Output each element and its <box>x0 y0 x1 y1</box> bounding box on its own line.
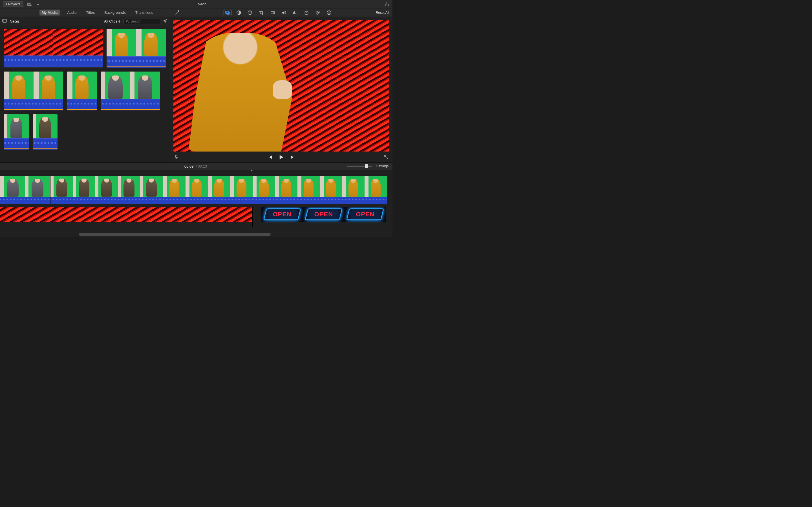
media-clip[interactable] <box>67 71 97 110</box>
svg-rect-22 <box>175 155 177 158</box>
svg-rect-3 <box>3 19 6 22</box>
timeline-scrollbar[interactable] <box>79 233 271 236</box>
color-palette-tool[interactable] <box>246 9 254 16</box>
stabilize-tool[interactable] <box>269 9 276 16</box>
video-track-2[interactable]: OPENOPENOPEN <box>0 207 391 227</box>
media-clip[interactable] <box>33 114 57 150</box>
timeline-clip[interactable] <box>0 207 253 227</box>
timeline[interactable]: OPENOPENOPEN <box>0 170 393 237</box>
viewer: Reset All <box>170 8 393 162</box>
video-track-1[interactable] <box>0 176 391 204</box>
viewer-toolbar: Reset All <box>170 8 393 17</box>
svg-line-6 <box>128 22 129 22</box>
svg-point-12 <box>250 11 250 12</box>
current-time: 00:09 <box>185 164 194 168</box>
search-input[interactable] <box>131 19 158 23</box>
browser-toolbar: Neon All Clips ▲▼ <box>0 17 170 26</box>
svg-point-20 <box>329 11 329 12</box>
timeline-header: 00:09 / 00:13 Settings <box>0 162 393 170</box>
media-browser: My MediaAudioTitlesBackgroundsTransition… <box>0 8 170 162</box>
browser-tab-titles[interactable]: Titles <box>84 10 97 15</box>
library-name: Neon <box>10 19 19 24</box>
browser-tab-backgrounds[interactable]: Backgrounds <box>102 10 128 15</box>
next-button[interactable] <box>290 155 295 160</box>
title-bar: Projects Neon <box>0 0 393 8</box>
back-to-projects-button[interactable]: Projects <box>3 1 23 7</box>
preview-canvas[interactable] <box>173 20 389 152</box>
media-clip[interactable] <box>4 29 103 68</box>
duration: 00:13 <box>198 164 207 168</box>
color-balance-tool[interactable] <box>235 9 243 16</box>
playback-controls <box>170 153 393 162</box>
reset-all-button[interactable]: Reset All <box>376 11 389 15</box>
crop-tool[interactable] <box>258 9 265 16</box>
enhance-wand-icon[interactable] <box>173 9 181 16</box>
fullscreen-icon[interactable] <box>384 155 389 160</box>
browser-tab-transitions[interactable]: Transitions <box>133 10 155 15</box>
media-clip[interactable] <box>4 71 63 110</box>
browser-tab-audio[interactable]: Audio <box>65 10 79 15</box>
timeline-settings-button[interactable]: Settings <box>376 164 389 168</box>
timeline-clip[interactable] <box>50 176 163 204</box>
timeline-clip[interactable] <box>163 176 387 204</box>
svg-point-11 <box>249 12 250 12</box>
playhead[interactable] <box>252 170 252 237</box>
timeline-clip[interactable] <box>0 176 50 204</box>
volume-tool[interactable] <box>280 9 288 16</box>
share-icon[interactable] <box>385 2 389 6</box>
prev-button[interactable] <box>268 155 272 160</box>
timecode-readout: 00:09 / 00:13 <box>185 164 207 168</box>
clip-filter-dropdown[interactable]: All Clips ▲▼ <box>104 19 121 23</box>
search-field[interactable] <box>123 18 160 24</box>
svg-point-5 <box>126 20 128 22</box>
svg-rect-21 <box>329 12 329 14</box>
browser-settings-icon[interactable] <box>163 18 167 24</box>
info-tool[interactable] <box>325 9 333 16</box>
clip-filter-label: All Clips <box>104 19 117 23</box>
media-clip[interactable] <box>4 114 29 150</box>
media-clip[interactable] <box>101 71 160 110</box>
speed-tool[interactable] <box>303 9 310 16</box>
dropdown-arrows-icon: ▲▼ <box>118 20 121 23</box>
browser-tab-my-media[interactable]: My Media <box>40 10 60 15</box>
color-filter-tool[interactable] <box>314 9 321 16</box>
sidebar-toggle-icon[interactable] <box>2 18 7 24</box>
svg-rect-8 <box>225 11 229 13</box>
overlay-tool[interactable] <box>224 9 231 16</box>
timeline-clip[interactable]: OPENOPENOPEN <box>261 207 386 227</box>
clip-grid <box>0 26 170 162</box>
project-title: Neon <box>23 2 380 6</box>
equalizer-tool[interactable] <box>292 9 299 16</box>
svg-point-7 <box>164 20 166 21</box>
timeline-zoom-slider[interactable] <box>347 166 372 167</box>
browser-tabs: My MediaAudioTitlesBackgroundsTransition… <box>0 8 170 17</box>
back-label: Projects <box>8 2 20 6</box>
svg-rect-14 <box>271 11 274 14</box>
media-clip[interactable] <box>107 29 166 68</box>
play-button[interactable] <box>278 154 284 161</box>
svg-point-13 <box>251 12 251 12</box>
voiceover-mic-icon[interactable] <box>174 155 179 160</box>
svg-rect-9 <box>227 12 230 14</box>
